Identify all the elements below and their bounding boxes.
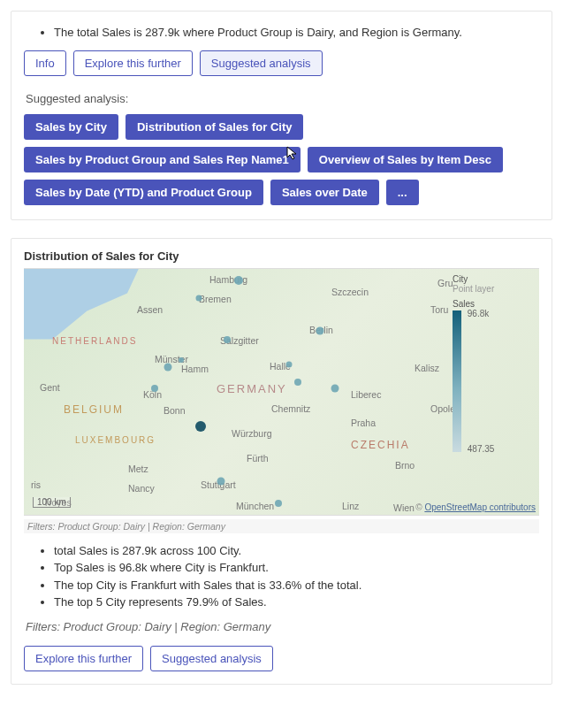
chip-sales-date-ytd-prodgroup[interactable]: Sales by Date (YTD) and Product Group bbox=[24, 180, 263, 205]
map-point[interactable] bbox=[234, 276, 243, 285]
map-label: München bbox=[236, 501, 274, 511]
map-label: Bremen bbox=[199, 294, 232, 304]
explore-further-button[interactable]: Explore this further bbox=[73, 50, 193, 76]
map-label: Opole bbox=[430, 403, 455, 414]
map-chart[interactable]: Hamburg Bremen Assen NETHERLANDS Münster… bbox=[24, 268, 539, 516]
map-canvas: Hamburg Bremen Assen NETHERLANDS Münster… bbox=[24, 269, 446, 515]
action-row: Info Explore this further Suggested anal… bbox=[24, 50, 539, 76]
map-label: Liberec bbox=[351, 389, 381, 400]
map-point[interactable] bbox=[196, 295, 202, 301]
map-point[interactable] bbox=[286, 361, 293, 367]
suggested-analysis-button[interactable]: Suggested analysis bbox=[150, 646, 273, 671]
map-label: Gru bbox=[437, 278, 453, 288]
map-legend: City Point layer Sales 96.8k 487.35 bbox=[453, 274, 534, 452]
map-label: Praha bbox=[351, 418, 376, 428]
map-label: Metz bbox=[128, 464, 148, 474]
legend-min: 487.35 bbox=[468, 444, 495, 454]
map-point[interactable] bbox=[331, 384, 339, 392]
analysis-bullet: The top 5 City represents 79.9% of Sales… bbox=[54, 594, 539, 611]
map-label: LUXEMBOURG bbox=[75, 435, 156, 445]
map-label: Brno bbox=[395, 460, 415, 471]
map-point[interactable] bbox=[294, 379, 301, 386]
chart-title: Distribution of Sales for City bbox=[24, 249, 539, 263]
chip-sales-prodgroup-rep[interactable]: Sales by Product Group and Sales Rep Nam… bbox=[24, 147, 301, 172]
chip-distribution-sales-city[interactable]: Distribution of Sales for City bbox=[126, 114, 304, 140]
map-label: CZECHIA bbox=[351, 439, 410, 451]
osm-link[interactable]: OpenStreetMap contributors bbox=[424, 502, 536, 512]
info-button[interactable]: Info bbox=[24, 50, 66, 76]
map-label: Assen bbox=[137, 304, 163, 315]
map-label: Szczecin bbox=[331, 287, 369, 297]
map-point[interactable] bbox=[316, 326, 324, 334]
map-point[interactable] bbox=[179, 357, 184, 363]
legend-max: 96.8k bbox=[468, 309, 489, 318]
map-point-frankfurt[interactable] bbox=[195, 421, 206, 432]
map-label: Fürth bbox=[247, 453, 269, 464]
analysis-bullet: The top City is Frankfurt with Sales tha… bbox=[54, 577, 539, 594]
map-label: Gent bbox=[40, 382, 60, 393]
analysis-bullets: total Sales is 287.9k across 100 City. T… bbox=[24, 542, 539, 611]
map-label: BELGIUM bbox=[64, 403, 124, 416]
map-label: Toru bbox=[430, 304, 448, 315]
map-point[interactable] bbox=[151, 385, 158, 392]
insight-card: The total Sales is 287.9k where Product … bbox=[11, 11, 552, 220]
analysis-bullet: total Sales is 287.9k across 100 City. bbox=[54, 542, 539, 560]
analysis-bullet: Top Sales is 96.8k where City is Frankfu… bbox=[54, 559, 539, 577]
explore-further-button[interactable]: Explore this further bbox=[24, 646, 143, 671]
chip-more[interactable]: ... bbox=[386, 180, 419, 205]
analysis-action-row: Explore this further Suggested analysis bbox=[24, 646, 539, 671]
map-label: Chemnitz bbox=[271, 403, 310, 414]
map-scale: 100 km bbox=[33, 497, 71, 508]
suggested-analysis-label: Suggested analysis: bbox=[26, 92, 539, 105]
map-label: Nancy bbox=[128, 483, 155, 494]
map-filters-small: Filters: Product Group: Dairy | Region: … bbox=[24, 519, 539, 533]
map-point[interactable] bbox=[224, 336, 231, 343]
map-attribution: © OpenStreetMap contributors bbox=[415, 502, 536, 512]
chip-sales-over-date[interactable]: Sales over Date bbox=[270, 180, 379, 205]
map-label: NETHERLANDS bbox=[52, 336, 137, 346]
map-label: Wien bbox=[393, 502, 415, 513]
chip-overview-sales-item[interactable]: Overview of Sales by Item Desc bbox=[308, 147, 503, 172]
legend-layer-sub: Point layer bbox=[453, 284, 534, 294]
map-label: Bonn bbox=[164, 405, 186, 416]
map-point[interactable] bbox=[217, 477, 225, 485]
suggested-analysis-button[interactable]: Suggested analysis bbox=[200, 50, 323, 76]
analysis-card: Distribution of Sales for City Hamburg B… bbox=[11, 238, 552, 685]
map-label: Würzburg bbox=[232, 428, 272, 439]
map-point[interactable] bbox=[164, 363, 172, 371]
legend-measure: Sales bbox=[453, 299, 534, 309]
map-label: Kalisz bbox=[415, 363, 439, 373]
insight-bullet: The total Sales is 287.9k where Product … bbox=[54, 24, 539, 42]
map-label: GERMANY bbox=[217, 382, 287, 395]
insight-bullets: The total Sales is 287.9k where Product … bbox=[24, 24, 539, 42]
legend-layer-title: City bbox=[453, 274, 534, 284]
map-label: Linz bbox=[342, 501, 359, 511]
suggested-chips: Sales by City Distribution of Sales for … bbox=[24, 114, 539, 205]
map-point[interactable] bbox=[275, 500, 282, 507]
analysis-filters: Filters: Product Group: Dairy | Region: … bbox=[26, 620, 539, 633]
chip-sales-by-city[interactable]: Sales by City bbox=[24, 114, 118, 140]
map-label: ris bbox=[31, 479, 41, 490]
map-label: Hamm bbox=[181, 364, 209, 374]
legend-gradient bbox=[453, 310, 461, 452]
